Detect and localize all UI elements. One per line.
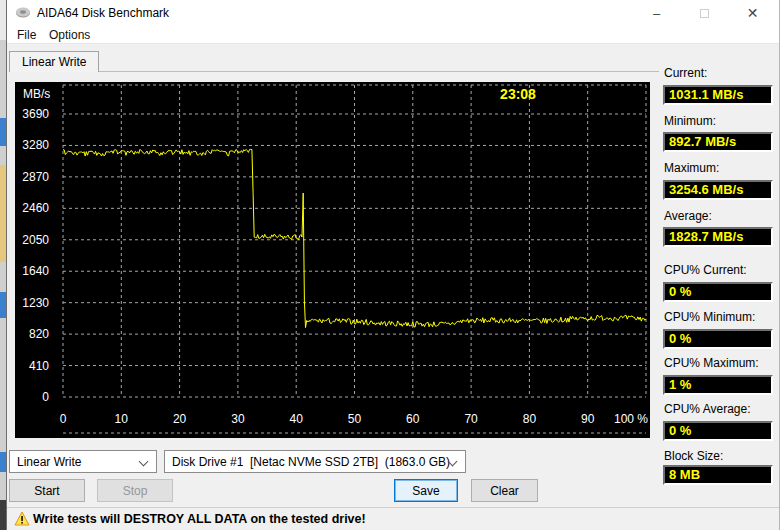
close-button[interactable]: ✕: [730, 0, 775, 26]
start-button[interactable]: Start: [9, 479, 85, 502]
chevron-down-icon: [139, 457, 149, 467]
statusbar: Write tests will DESTROY ALL DATA on the…: [7, 507, 779, 530]
axis-tick-label: 2870: [22, 170, 49, 184]
axis-tick-label: 3280: [22, 138, 49, 152]
tab-pane-border: [9, 71, 659, 72]
axis-tick-label: 50: [348, 412, 362, 426]
y-axis-unit-label: MB/s: [23, 87, 50, 101]
axis-tick-label: 1640: [22, 264, 49, 278]
maximize-button[interactable]: [682, 0, 727, 26]
axis-tick-label: 20: [173, 412, 187, 426]
stat-label-average: Average:: [664, 209, 712, 223]
stat-value-maximum: 3254.6 MB/s: [663, 180, 773, 200]
titlebar: AIDA64 Disk Benchmark – ✕: [7, 0, 779, 26]
stat-value-cpu-current: 0 %: [663, 282, 773, 302]
axis-tick-label: 820: [29, 327, 49, 341]
tab-linear-write[interactable]: Linear Write: [9, 51, 99, 72]
axis-tick-label: 90: [581, 412, 595, 426]
stat-value-cpu-minimum: 0 %: [663, 329, 773, 349]
drive-select[interactable]: Disk Drive #1 [Netac NVMe SSD 2TB] (1863…: [164, 450, 466, 473]
minimize-button[interactable]: –: [634, 0, 679, 26]
stat-label-cpu-minimum: CPU% Minimum:: [664, 310, 755, 324]
axis-tick-label: 70: [464, 412, 478, 426]
menubar: File Options: [7, 26, 779, 44]
stat-label-cpu-average: CPU% Average:: [664, 402, 751, 416]
stat-label-current: Current:: [664, 66, 707, 80]
axis-tick-label: 2460: [22, 201, 49, 215]
stat-value-average: 1828.7 MB/s: [663, 227, 773, 247]
axis-tick-label: 0: [42, 390, 49, 404]
status-message: Write tests will DESTROY ALL DATA on the…: [33, 512, 366, 526]
maximize-icon: [700, 9, 709, 18]
axis-tick-label: 10: [115, 412, 129, 426]
axis-tick-label: 0: [60, 412, 67, 426]
stat-value-cpu-average: 0 %: [663, 421, 773, 441]
axis-tick-label: 60: [406, 412, 420, 426]
stat-label-minimum: Minimum:: [664, 114, 716, 128]
clear-button[interactable]: Clear: [471, 479, 538, 502]
axis-tick-label: 100 %: [614, 412, 648, 426]
stat-label-cpu-current: CPU% Current:: [664, 263, 747, 277]
axis-tick-label: 1230: [22, 296, 49, 310]
stop-button[interactable]: Stop: [97, 479, 173, 502]
chart-time-label: 23:08: [500, 86, 536, 102]
stat-value-cpu-maximum: 1 %: [663, 375, 773, 395]
axis-tick-label: 410: [29, 359, 49, 373]
stat-value-current: 1031.1 MB/s: [663, 85, 773, 105]
test-type-select[interactable]: Linear Write: [9, 450, 157, 473]
axis-tick-label: 2050: [22, 233, 49, 247]
stat-label-cpu-maximum: CPU% Maximum:: [664, 356, 759, 370]
menu-file[interactable]: File: [17, 28, 36, 42]
axis-tick-label: 80: [523, 412, 537, 426]
save-button[interactable]: Save: [394, 479, 458, 502]
stat-label-block-size: Block Size:: [664, 449, 723, 463]
warning-icon: [14, 511, 30, 526]
benchmark-chart: MB/s041082012301640205024602870328036900…: [15, 82, 650, 438]
test-type-value: Linear Write: [17, 455, 81, 469]
axis-tick-label: 40: [290, 412, 304, 426]
drive-select-value: Disk Drive #1 [Netac NVMe SSD 2TB] (1863…: [172, 455, 450, 469]
app-window: AIDA64 Disk Benchmark – ✕ File Options L…: [6, 0, 780, 530]
axis-tick-label: 3690: [22, 107, 49, 121]
minimize-icon: –: [653, 6, 660, 21]
stat-value-block-size: 8 MB: [663, 465, 773, 485]
screen: AIDA64 Disk Benchmark – ✕ File Options L…: [0, 0, 780, 530]
menu-options[interactable]: Options: [49, 28, 90, 42]
axis-tick-label: 30: [231, 412, 245, 426]
app-icon: [15, 5, 31, 21]
stat-value-minimum: 892.7 MB/s: [663, 132, 773, 152]
close-icon: ✕: [747, 5, 759, 21]
window-title: AIDA64 Disk Benchmark: [37, 6, 169, 20]
stat-label-maximum: Maximum:: [664, 161, 719, 175]
